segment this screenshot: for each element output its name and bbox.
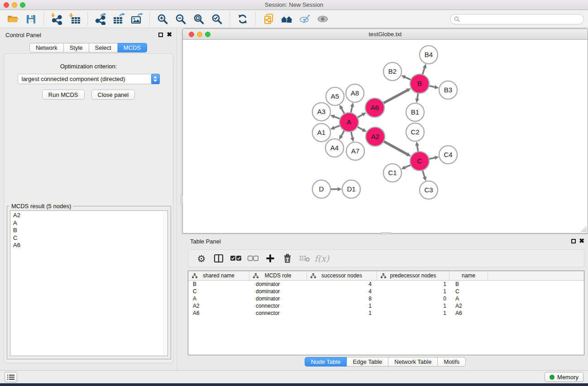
status-bar: Memory [0, 370, 588, 383]
unchecked-boxes-icon[interactable] [244, 251, 262, 266]
table-panel: Table Panel ✖ ⚙ f(x) [182, 234, 588, 370]
network-graph[interactable]: B4B2BB3B1A6A5A8A3AA1A2A4A7C2CC4C1C3DD1 [183, 40, 588, 233]
graph-node-B[interactable]: B [410, 74, 429, 93]
cell: 1 [377, 288, 449, 295]
graph-node-B2[interactable]: B2 [383, 62, 402, 81]
toolbar-separator [87, 12, 88, 26]
result-item-a[interactable]: A [13, 219, 165, 227]
image-export-icon[interactable] [128, 11, 146, 27]
graph-node-A8[interactable]: A8 [346, 84, 364, 102]
gear-icon[interactable]: ⚙ [193, 251, 210, 266]
pages-share-icon[interactable] [259, 11, 277, 27]
float-window-icon[interactable] [571, 239, 576, 243]
table-toolbar: ⚙ f(x) [188, 249, 584, 267]
table-row-c[interactable]: Cdominator41C [188, 288, 584, 295]
column-header-predecessor-nodes[interactable]: predecessor nodes [377, 271, 449, 280]
column-header-name[interactable]: name [449, 271, 488, 280]
graph-node-C4[interactable]: C4 [439, 146, 457, 164]
result-item-c[interactable]: C [13, 234, 165, 242]
column-header-shared-name[interactable]: shared name [188, 271, 249, 280]
vertical-split-handle[interactable] [181, 195, 183, 205]
cell: A [449, 295, 488, 302]
memory-button[interactable]: Memory [545, 372, 583, 382]
zoom-traffic-light[interactable] [20, 2, 25, 8]
run-mcds-button[interactable]: Run MCDS [42, 90, 85, 100]
trash-icon[interactable] [279, 251, 296, 266]
graph-node-A4[interactable]: A4 [325, 139, 344, 157]
zoom-traffic-light[interactable] [205, 32, 210, 37]
folder-open-icon[interactable] [4, 11, 22, 27]
minimize-traffic-light[interactable] [197, 32, 202, 37]
graph-node-D1[interactable]: D1 [342, 180, 360, 198]
graph-node-A[interactable]: A [339, 113, 359, 132]
close-panel-icon[interactable]: ✖ [579, 237, 584, 244]
network-canvas[interactable]: B4B2BB3B1A6A5A8A3AA1A2A4A7C2CC4C1C3DD1 [183, 40, 588, 233]
table-row-b[interactable]: Bdominator41B [188, 281, 584, 288]
tab-style[interactable]: Style [64, 43, 89, 52]
graph-node-C3[interactable]: C3 [420, 181, 438, 199]
tab-node-table[interactable]: Node Table [305, 357, 347, 367]
magnifier-check-icon[interactable] [208, 11, 226, 27]
plus-icon[interactable] [262, 251, 279, 266]
graph-node-A5[interactable]: A5 [326, 87, 344, 105]
table-import-icon[interactable] [66, 11, 84, 27]
result-list-scrollbar[interactable] [163, 211, 167, 356]
criterion-dropdown[interactable]: largest connected component (directed) [18, 74, 160, 84]
tab-network-table[interactable]: Network Table [388, 357, 438, 367]
network-export-icon[interactable] [91, 11, 110, 27]
eye-icon[interactable] [314, 11, 332, 27]
tab-edge-table[interactable]: Edge Table [347, 357, 388, 367]
magnifier-minus-icon[interactable] [172, 11, 190, 27]
mcds-tab-content: Optimization criterion: largest connecte… [4, 53, 173, 363]
float-window-icon[interactable] [158, 33, 163, 37]
graph-node-A6[interactable]: A6 [365, 98, 384, 117]
checked-boxes-icon[interactable] [227, 251, 244, 266]
tab-network[interactable]: Network [29, 43, 64, 52]
houses-icon[interactable] [277, 11, 296, 27]
task-list-button[interactable] [5, 372, 17, 382]
floppy-disk-icon[interactable] [22, 11, 40, 27]
column-header-mcds-role[interactable]: MCDS role [249, 271, 307, 280]
graph-node-A3[interactable]: A3 [312, 103, 330, 121]
magnifier-plus-icon[interactable] [153, 11, 172, 27]
split-columns-icon[interactable] [210, 251, 227, 266]
graph-node-A2[interactable]: A2 [366, 127, 385, 146]
graph-node-C1[interactable]: C1 [383, 164, 402, 182]
column-header-successor-nodes[interactable]: successor nodes [307, 271, 377, 280]
table-export-icon[interactable] [110, 11, 128, 27]
svg-text:D: D [319, 185, 324, 193]
table-row-a2[interactable]: A2connector11A2 [188, 302, 584, 310]
close-traffic-light[interactable] [189, 32, 194, 37]
magnifier-fit-icon[interactable] [190, 11, 208, 27]
close-panel-icon[interactable]: ✖ [167, 31, 172, 38]
search-field[interactable] [450, 14, 584, 24]
graph-node-B3[interactable]: B3 [439, 81, 457, 99]
mcds-result-list[interactable]: A2ABCA6 [10, 210, 168, 356]
result-item-a2[interactable]: A2 [13, 212, 165, 219]
graph-node-A1[interactable]: A1 [312, 124, 330, 142]
network-import-icon[interactable] [48, 11, 66, 27]
graph-node-B4[interactable]: B4 [420, 46, 438, 64]
cell: A [188, 295, 249, 302]
close-panel-button[interactable]: Close panel [91, 90, 135, 100]
close-traffic-light[interactable] [4, 2, 9, 8]
search-input[interactable] [462, 16, 583, 23]
graph-node-A7[interactable]: A7 [346, 142, 364, 160]
graph-node-D[interactable]: D [312, 180, 330, 198]
dropdown-stepper-icon[interactable] [151, 74, 160, 84]
cell: dominator [249, 295, 307, 302]
cell: connector [249, 310, 307, 316]
eye-pen-icon[interactable] [296, 11, 314, 27]
graph-node-B1[interactable]: B1 [406, 103, 424, 121]
table-row-a[interactable]: Adominator80A [188, 295, 584, 302]
tab-motifs[interactable]: Motifs [438, 357, 466, 367]
refresh-arrows-icon[interactable] [234, 11, 252, 27]
minimize-traffic-light[interactable] [12, 2, 17, 8]
result-item-a6[interactable]: A6 [13, 242, 165, 249]
result-item-b[interactable]: B [13, 227, 165, 234]
graph-node-C[interactable]: C [410, 152, 429, 171]
tab-select[interactable]: Select [89, 43, 118, 52]
tab-mcds[interactable]: MCDS [118, 43, 147, 52]
graph-node-C2[interactable]: C2 [406, 123, 424, 141]
table-row-a6[interactable]: A6connector11A6 [188, 310, 584, 317]
